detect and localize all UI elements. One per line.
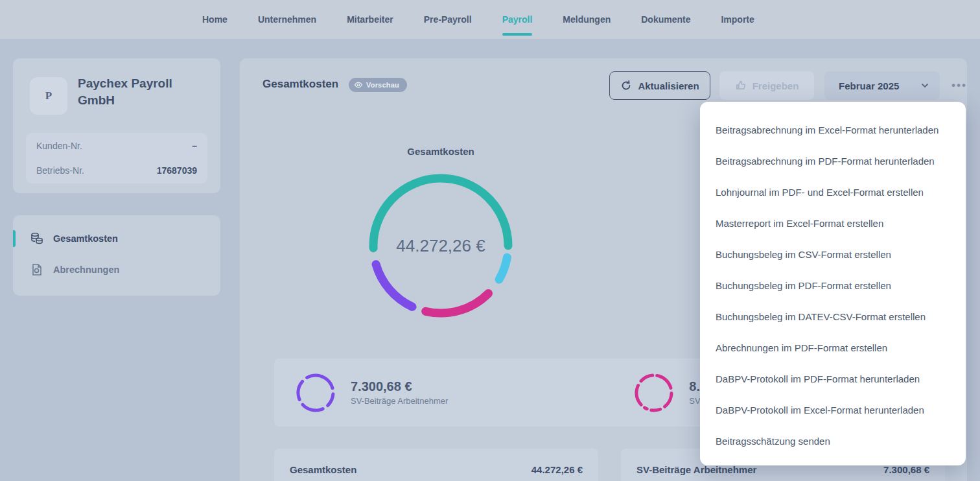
- nav-item-mitarbeiter[interactable]: Mitarbeiter: [347, 14, 393, 25]
- menu-item-buchungsbeleg-pdf[interactable]: Buchungsbeleg im PDF-Format erstellen: [700, 270, 966, 301]
- preview-badge-label: Vorschau: [366, 81, 399, 89]
- stat-label: SV-Beiträge Arbeitnehmer: [351, 396, 448, 406]
- summary-value: 7.300,68 €: [883, 464, 929, 475]
- sidebar-item-label: Abrechnungen: [53, 264, 119, 275]
- nav-item-importe[interactable]: Importe: [721, 14, 754, 25]
- refresh-button-label: Aktualisieren: [638, 80, 699, 91]
- thumbs-up-icon: [735, 80, 747, 91]
- summary-label: SV-Beiträge Arbeitnehmer: [636, 464, 756, 475]
- donut-chart: 44.272,26 €: [360, 165, 522, 327]
- info-row-kunden-nr: Kunden-Nr. –: [36, 141, 197, 151]
- stat-arbeitnehmer: 7.300,68 € SV-Beiträge Arbeitnehmer: [295, 372, 448, 414]
- menu-item-lohnjournal[interactable]: Lohnjournal im PDF- und Excel-Format ers…: [700, 176, 966, 207]
- document-euro-icon: [30, 263, 44, 277]
- summary-value: 44.272,26 €: [531, 464, 583, 475]
- more-actions-button[interactable]: •••: [948, 71, 971, 100]
- company-name: Paychex Payroll GmbH: [78, 75, 207, 109]
- info-row-betriebs-nr: Betriebs-Nr. 17687039: [36, 165, 197, 176]
- sidebar-item-abrechnungen[interactable]: Abrechnungen: [13, 254, 220, 285]
- preview-badge: Vorschau: [349, 78, 407, 92]
- company-avatar: P: [30, 77, 67, 115]
- menu-item-buchungsbeleg-datev[interactable]: Buchungsbeleg im DATEV-CSV-Format erstel…: [700, 301, 966, 332]
- refresh-icon: [620, 80, 632, 91]
- company-card: P Paychex Payroll GmbH Kunden-Nr. – Betr…: [13, 58, 220, 193]
- menu-item-dabpv-excel[interactable]: DaBPV-Protokoll im Excel-Format herunter…: [700, 394, 966, 425]
- nav-item-unternehmen[interactable]: Unternehmen: [258, 14, 316, 25]
- table-row: Gesamtkosten 44.272,26 €: [290, 464, 583, 475]
- table-row: SV-Beiträge Arbeitnehmer 7.300,68 €: [636, 464, 929, 475]
- nav-item-payroll[interactable]: Payroll: [502, 14, 533, 25]
- release-button-disabled[interactable]: Freigeben: [719, 71, 814, 100]
- nav-item-meldungen[interactable]: Meldungen: [563, 14, 611, 25]
- betriebs-nr-label: Betriebs-Nr.: [36, 165, 84, 176]
- sidebar-item-gesamtkosten[interactable]: Gesamtkosten: [13, 223, 220, 254]
- active-indicator-bar: [13, 230, 16, 247]
- export-actions-menu: Beitragsabrechnung im Excel-Format herun…: [700, 102, 966, 465]
- page-title: Gesamtkosten: [262, 78, 338, 91]
- nav-item-dokumente[interactable]: Dokumente: [641, 14, 690, 25]
- menu-item-abrechnungen-pdf[interactable]: Abrechnungen im PDF-Format erstellen: [700, 332, 966, 363]
- nav-item-pre-payroll[interactable]: Pre-Payroll: [424, 14, 472, 25]
- dashed-ring-pink: [633, 372, 675, 414]
- ellipsis-icon: •••: [951, 79, 967, 92]
- menu-item-masterreport[interactable]: Masterreport im Excel-Format erstellen: [700, 207, 966, 239]
- sidebar-item-label: Gesamtkosten: [53, 233, 118, 244]
- company-info-card: Kunden-Nr. – Betriebs-Nr. 17687039: [26, 133, 207, 183]
- sidebar-menu: Gesamtkosten Abrechnungen: [13, 215, 220, 296]
- kunden-nr-value: –: [192, 141, 197, 151]
- summary-card-gesamtkosten: Gesamtkosten 44.272,26 €: [274, 449, 598, 481]
- stat-value: 7.300,68 €: [351, 379, 448, 394]
- nav-item-home[interactable]: Home: [202, 14, 228, 25]
- donut-chart-title: Gesamtkosten: [360, 146, 522, 157]
- dashed-ring-purple: [295, 372, 336, 414]
- chevron-down-icon: [920, 81, 929, 90]
- betriebs-nr-value: 17687039: [157, 165, 197, 176]
- refresh-button[interactable]: Aktualisieren: [609, 71, 710, 100]
- coins-icon: [30, 231, 44, 246]
- menu-item-beitragsabrechnung-pdf[interactable]: Beitragsabrechnung im PDF-Format herunte…: [700, 145, 966, 176]
- eye-icon: [354, 80, 363, 89]
- top-navigation: Home Unternehmen Mitarbeiter Pre-Payroll…: [0, 0, 980, 39]
- menu-item-beitragsabrechnung-excel[interactable]: Beitragsabrechnung im Excel-Format herun…: [700, 114, 966, 145]
- release-button-label: Freigeben: [752, 80, 799, 91]
- menu-item-buchungsbeleg-csv[interactable]: Buchungsbeleg im CSV-Format erstellen: [700, 239, 966, 270]
- summary-label: Gesamtkosten: [290, 464, 356, 475]
- period-select-value: Februar 2025: [839, 80, 899, 91]
- period-select[interactable]: Februar 2025: [824, 71, 940, 100]
- donut-center-value: 44.272,26 €: [360, 165, 522, 327]
- menu-item-dabpv-pdf[interactable]: DaBPV-Protokoll im PDF-Format herunterla…: [700, 363, 966, 394]
- menu-item-beitragsschaetzung[interactable]: Beitragsschätzung senden: [700, 425, 966, 456]
- kunden-nr-label: Kunden-Nr.: [36, 141, 82, 151]
